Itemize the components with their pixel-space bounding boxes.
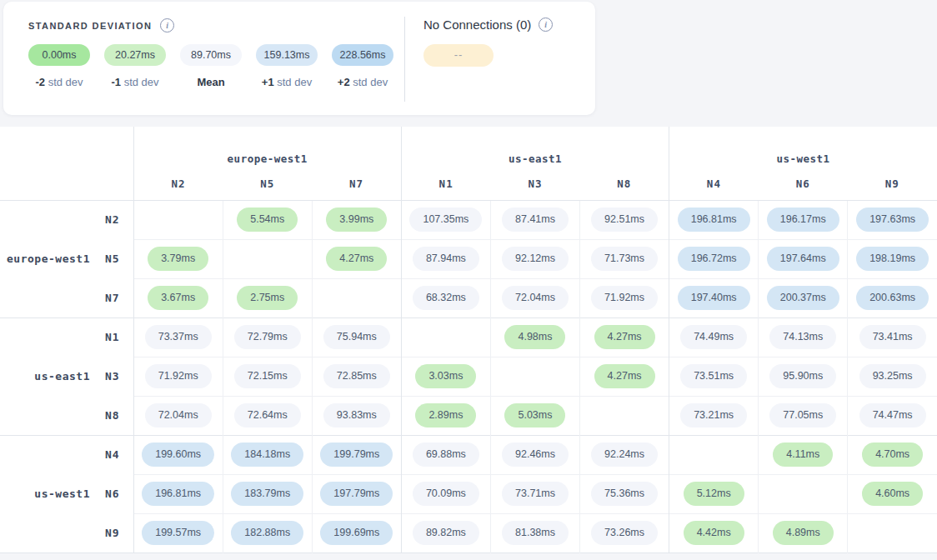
latency-pill[interactable]: 73.37ms bbox=[145, 325, 212, 349]
row-node-label: N2 bbox=[105, 213, 120, 226]
latency-pill[interactable]: 75.94ms bbox=[323, 325, 390, 349]
latency-pill[interactable]: 72.15ms bbox=[234, 364, 301, 388]
latency-pill[interactable]: 4.98ms bbox=[504, 325, 565, 349]
latency-pill[interactable]: 200.37ms bbox=[767, 286, 839, 310]
std-dev-info-icon[interactable] bbox=[160, 18, 174, 32]
latency-cell: 197.79ms bbox=[312, 474, 401, 513]
row-label-cell: N9 bbox=[0, 513, 133, 552]
latency-pill[interactable]: 73.71ms bbox=[502, 482, 569, 506]
latency-pill[interactable]: 70.09ms bbox=[413, 482, 479, 506]
latency-pill[interactable]: 77.05ms bbox=[769, 403, 836, 428]
latency-cell: 87.94ms bbox=[401, 239, 490, 278]
latency-pill[interactable]: 75.36ms bbox=[591, 482, 658, 506]
latency-pill[interactable]: 72.04ms bbox=[502, 286, 569, 310]
latency-pill[interactable]: 199.60ms bbox=[142, 442, 214, 467]
latency-pill[interactable]: 3.79ms bbox=[148, 247, 208, 271]
latency-pill[interactable]: 4.89ms bbox=[773, 521, 834, 545]
latency-pill[interactable]: 196.81ms bbox=[142, 482, 214, 506]
latency-pill[interactable]: 4.70ms bbox=[862, 442, 923, 467]
latency-pill[interactable]: 4.27ms bbox=[594, 364, 655, 388]
latency-pill[interactable]: 71.92ms bbox=[591, 286, 658, 310]
latency-pill[interactable]: 73.21ms bbox=[680, 403, 747, 428]
column-node-header: N4 bbox=[669, 168, 759, 200]
latency-pill[interactable]: 200.63ms bbox=[856, 286, 929, 310]
latency-pill[interactable]: 72.64ms bbox=[234, 403, 301, 428]
std-dev-stop-label: +2 std dev bbox=[332, 76, 393, 88]
latency-pill[interactable]: 73.26ms bbox=[591, 521, 658, 545]
latency-pill[interactable]: 92.46ms bbox=[502, 442, 569, 467]
latency-pill[interactable]: 4.27ms bbox=[326, 247, 387, 271]
latency-pill[interactable]: 2.89ms bbox=[415, 403, 476, 428]
latency-pill[interactable]: 196.72ms bbox=[678, 247, 750, 271]
latency-pill[interactable]: 74.13ms bbox=[769, 325, 836, 349]
latency-pill[interactable]: 81.38ms bbox=[502, 521, 569, 545]
column-region-header: us-west1 bbox=[669, 127, 937, 168]
latency-pill[interactable]: 71.73ms bbox=[591, 247, 658, 271]
latency-pill[interactable]: 5.03ms bbox=[504, 403, 565, 428]
latency-pill[interactable]: 92.12ms bbox=[502, 247, 569, 271]
empty-cell bbox=[669, 435, 759, 474]
latency-pill[interactable]: 68.32ms bbox=[413, 286, 479, 310]
latency-pill[interactable]: 198.19ms bbox=[856, 247, 929, 271]
latency-cell: 196.81ms bbox=[133, 474, 223, 513]
std-dev-stop-label: -2 std dev bbox=[28, 76, 90, 88]
latency-pill[interactable]: 197.79ms bbox=[320, 482, 393, 506]
no-connections-info-icon[interactable] bbox=[539, 18, 553, 32]
latency-pill[interactable]: 89.82ms bbox=[413, 521, 479, 545]
latency-cell: 71.92ms bbox=[133, 357, 223, 396]
latency-pill[interactable]: 92.51ms bbox=[591, 208, 658, 232]
empty-cell bbox=[848, 513, 937, 552]
latency-pill[interactable]: 196.81ms bbox=[678, 208, 750, 232]
latency-pill[interactable]: 72.79ms bbox=[234, 325, 301, 349]
latency-pill[interactable]: 199.69ms bbox=[320, 521, 393, 545]
latency-pill[interactable]: 4.42ms bbox=[684, 521, 744, 545]
latency-pill[interactable]: 72.85ms bbox=[323, 364, 390, 388]
latency-cell: 184.18ms bbox=[223, 435, 312, 474]
latency-pill[interactable]: 74.49ms bbox=[680, 325, 747, 349]
latency-pill[interactable]: 3.03ms bbox=[415, 364, 476, 388]
latency-pill[interactable]: 107.35ms bbox=[409, 208, 482, 232]
latency-pill[interactable]: 4.60ms bbox=[862, 482, 923, 506]
std-dev-stop-label-rest: std dev bbox=[121, 76, 159, 88]
latency-pill[interactable]: 184.18ms bbox=[231, 442, 303, 467]
latency-pill[interactable]: 92.24ms bbox=[591, 442, 658, 467]
latency-pill[interactable]: 93.83ms bbox=[323, 403, 390, 428]
latency-pill[interactable]: 3.67ms bbox=[148, 286, 208, 310]
latency-pill[interactable]: 69.88ms bbox=[413, 442, 479, 467]
latency-pill[interactable]: 197.64ms bbox=[767, 247, 839, 271]
std-dev-stop-pill: 228.56ms bbox=[332, 44, 393, 66]
latency-pill[interactable]: 183.79ms bbox=[231, 482, 303, 506]
latency-pill[interactable]: 196.17ms bbox=[767, 208, 839, 232]
latency-pill[interactable]: 197.63ms bbox=[856, 208, 929, 232]
latency-pill[interactable]: 3.99ms bbox=[326, 208, 387, 232]
latency-pill[interactable]: 199.57ms bbox=[142, 521, 214, 545]
latency-pill[interactable]: 199.79ms bbox=[320, 442, 393, 467]
latency-pill[interactable]: 95.90ms bbox=[769, 364, 836, 388]
latency-cell: 198.19ms bbox=[848, 239, 937, 278]
row-region-label: us-east1 bbox=[34, 370, 90, 382]
latency-pill[interactable]: 5.12ms bbox=[684, 482, 744, 506]
latency-pill[interactable]: 72.04ms bbox=[145, 403, 212, 428]
empty-cell bbox=[223, 239, 312, 278]
latency-pill[interactable]: 93.25ms bbox=[859, 364, 926, 388]
latency-pill[interactable]: 5.54ms bbox=[237, 208, 298, 232]
latency-pill[interactable]: 73.51ms bbox=[680, 364, 747, 388]
latency-pill[interactable]: 74.47ms bbox=[859, 403, 926, 428]
latency-pill[interactable]: 2.75ms bbox=[237, 286, 298, 310]
latency-cell: 3.67ms bbox=[133, 278, 223, 318]
latency-pill[interactable]: 197.40ms bbox=[678, 286, 750, 310]
table-row: N4199.60ms184.18ms199.79ms69.88ms92.46ms… bbox=[0, 435, 937, 474]
latency-pill[interactable]: 71.92ms bbox=[145, 364, 212, 388]
std-dev-stop-pill: 159.13ms bbox=[256, 44, 318, 66]
column-node-header: N8 bbox=[580, 168, 669, 200]
std-dev-stop: 159.13ms+1 std dev bbox=[256, 44, 318, 88]
latency-cell: 74.47ms bbox=[848, 396, 937, 435]
latency-cell: 199.57ms bbox=[133, 513, 223, 552]
latency-pill[interactable]: 73.41ms bbox=[859, 325, 926, 349]
latency-pill[interactable]: 4.11ms bbox=[773, 442, 833, 467]
latency-pill[interactable]: 182.88ms bbox=[231, 521, 303, 545]
latency-pill[interactable]: 87.41ms bbox=[502, 208, 569, 232]
latency-pill[interactable]: 87.94ms bbox=[413, 247, 479, 271]
latency-pill[interactable]: 4.27ms bbox=[594, 325, 655, 349]
latency-cell: 200.63ms bbox=[848, 278, 937, 318]
